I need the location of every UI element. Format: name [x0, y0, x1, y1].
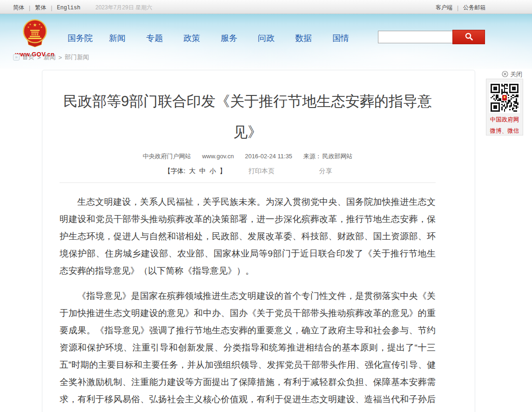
separator: |	[29, 5, 30, 11]
client-app-link[interactable]: 客户端	[436, 4, 452, 12]
breadcrumb-separator: >	[37, 54, 41, 61]
article-meta: 中央政府门户网站 www.gov.cn 2016-02-24 11:35 来源：…	[60, 152, 436, 161]
font-size-small[interactable]: 小	[209, 167, 216, 175]
nav-data[interactable]: 数据	[285, 33, 322, 44]
article-toolbar: 【字体: 大 中 小 】 打印本页 分享	[60, 167, 436, 176]
nav-news[interactable]: 新闻	[99, 33, 136, 44]
font-label-close: 】	[220, 167, 226, 175]
svg-text:★: ★	[27, 26, 30, 28]
share-button[interactable]: 分享	[319, 167, 332, 175]
qr-close-button[interactable]: 关闭	[502, 70, 522, 79]
breadcrumb-news[interactable]: 新闻	[44, 53, 56, 61]
close-icon	[502, 71, 508, 79]
meta-site-name: 中央政府门户网站	[143, 153, 191, 160]
site-header: ★ ★ ★ ★ ★ www.GOV.cn 国务院 新闻 专题 政策 服务 问政 …	[0, 14, 532, 69]
nav-interaction[interactable]: 问政	[248, 33, 285, 44]
breadcrumb: » 首页 > 新闻 > 部门新闻	[13, 53, 89, 61]
meta-site-url: www.gov.cn	[202, 153, 234, 160]
divider	[60, 182, 436, 183]
search-button[interactable]	[452, 30, 485, 44]
nav-national-conditions[interactable]: 国情	[322, 33, 359, 44]
search-input[interactable]	[378, 31, 452, 43]
lang-traditional[interactable]: 繁体	[35, 4, 46, 12]
svg-text:★: ★	[40, 26, 43, 28]
article-container: 民政部等9部门联合印发《关于推行节地生态安葬的指导意见》 中央政府门户网站 ww…	[42, 70, 475, 412]
separator: |	[457, 5, 458, 11]
breadcrumb-separator: >	[59, 54, 62, 61]
font-size-control: 【字体: 大 中 小 】	[163, 167, 229, 175]
top-utility-bar: 简体 | 繁体 | English 2023年7月29日 星期六 客户端 | 公…	[0, 0, 532, 14]
topbar-links: 客户端 | 公务邮箱	[436, 4, 485, 12]
search-icon	[465, 32, 473, 42]
svg-text:★: ★	[33, 22, 37, 27]
qr-code	[489, 82, 520, 113]
site-search	[378, 30, 485, 44]
meta-source: 民政部网站	[322, 153, 352, 160]
breadcrumb-dept-news[interactable]: 部门新闻	[65, 53, 89, 61]
lang-simplified[interactable]: 简体	[13, 4, 24, 12]
font-label-open: 【字体:	[164, 167, 185, 175]
language-switcher: 简体 | 繁体 | English	[13, 4, 81, 12]
lang-english[interactable]: English	[57, 5, 80, 11]
svg-text:★: ★	[29, 23, 32, 26]
nav-services[interactable]: 服务	[210, 33, 248, 44]
nav-policy[interactable]: 政策	[173, 33, 210, 44]
national-emblem-icon: ★ ★ ★ ★ ★	[20, 42, 49, 50]
gov-logo[interactable]: ★ ★ ★ ★ ★ www.GOV.cn	[14, 19, 56, 58]
meta-source-label: 来源：	[303, 153, 321, 160]
paragraph: 生态文明建设，关系人民福祉，关乎民族未来。为深入贯彻党中央、国务院加快推进生态文…	[60, 193, 436, 279]
breadcrumb-arrow-icon: »	[13, 54, 20, 61]
font-size-medium[interactable]: 中	[199, 167, 206, 175]
separator: |	[51, 5, 52, 11]
qr-caption-line1: 中国政府网	[486, 115, 523, 124]
gov-mail-link[interactable]: 公务邮箱	[463, 4, 485, 12]
paragraph: 《指导意见》是国家在殡葬领域推进生态文明建设的首个专门性文件，是贯彻落实中央《关…	[60, 287, 436, 412]
main-navigation: 国务院 新闻 专题 政策 服务 问政 数据 国情	[61, 33, 359, 44]
page-title: 民政部等9部门联合印发《关于推行节地生态安葬的指导意见》	[61, 86, 434, 148]
current-date: 2023年7月29日 星期六	[95, 4, 152, 12]
article-body: 生态文明建设，关系人民福祉，关乎民族未来。为深入贯彻党中央、国务院加快推进生态文…	[60, 193, 436, 412]
meta-datetime: 2016-02-24 11:35	[245, 153, 292, 160]
nav-state-council[interactable]: 国务院	[61, 33, 99, 44]
article: 民政部等9部门联合印发《关于推行节地生态安葬的指导意见》 中央政府门户网站 ww…	[42, 70, 475, 412]
breadcrumb-home[interactable]: 首页	[22, 53, 34, 61]
qr-widget: 中国政府网 微博、微信	[486, 79, 523, 135]
nav-topics[interactable]: 专题	[136, 33, 173, 44]
print-button[interactable]: 打印本页	[249, 167, 275, 175]
close-label: 关闭	[510, 70, 522, 79]
qr-caption-line2: 微博、微信	[486, 127, 523, 135]
font-size-large[interactable]: 大	[189, 167, 195, 175]
